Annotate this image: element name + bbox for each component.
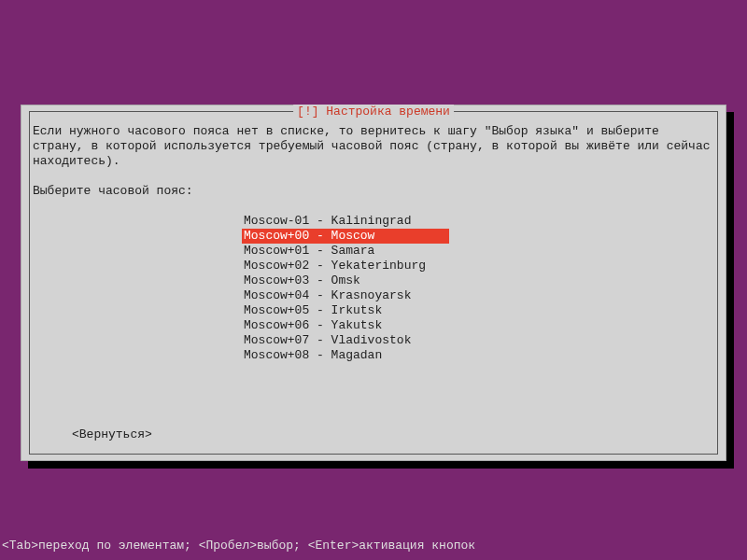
timezone-item[interactable]: Moscow-01 - Kaliningrad	[242, 214, 413, 229]
timezone-item[interactable]: Moscow+05 - Irkutsk	[242, 303, 384, 318]
instruction-text: Если нужного часового пояса нет в списке…	[33, 124, 714, 169]
footer-hint: <Tab>переход по элементам; <Пробел>выбор…	[2, 539, 475, 553]
dialog-title: [!] Настройка времени	[293, 105, 454, 119]
timezone-item[interactable]: Moscow+01 - Samara	[242, 244, 376, 259]
timezone-item[interactable]: Moscow+02 - Yekaterinburg	[242, 259, 428, 273]
timezone-item[interactable]: Moscow+08 - Magadan	[242, 348, 384, 363]
timezone-item[interactable]: Moscow+07 - Vladivostok	[242, 333, 413, 348]
time-config-dialog: [!] Настройка времени Если нужного часов…	[21, 105, 726, 461]
timezone-list[interactable]: Moscow-01 - KaliningradMoscow+00 - Mosco…	[242, 214, 714, 363]
prompt-text: Выберите часовой пояс:	[33, 184, 714, 199]
back-button[interactable]: <Вернуться>	[72, 427, 152, 441]
timezone-item[interactable]: Moscow+03 - Omsk	[242, 273, 362, 288]
timezone-item[interactable]: Moscow+06 - Yakutsk	[242, 318, 384, 333]
dialog-content: Если нужного часового пояса нет в списке…	[33, 124, 714, 363]
timezone-item[interactable]: Moscow+04 - Krasnoyarsk	[242, 288, 413, 303]
timezone-item[interactable]: Moscow+00 - Moscow	[242, 229, 449, 244]
